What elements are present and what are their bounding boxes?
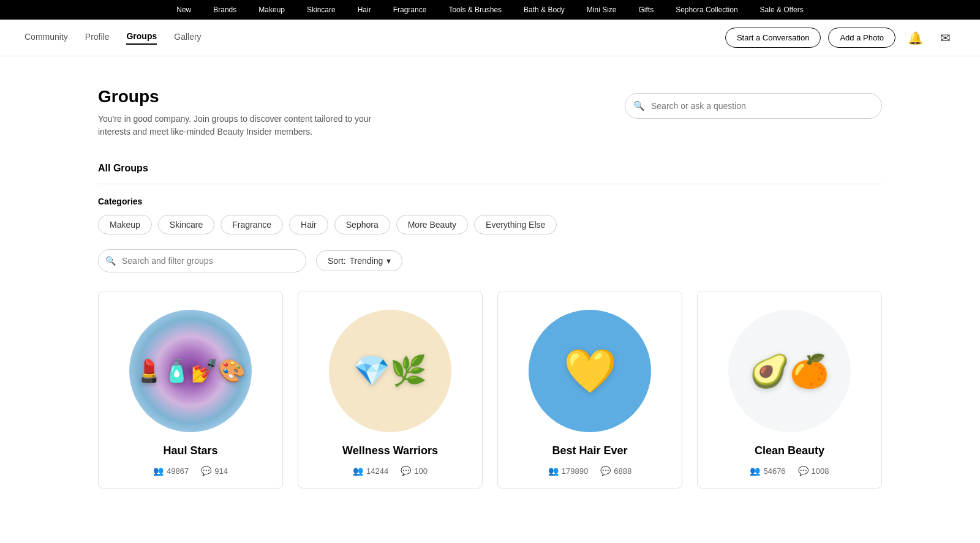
nav-item-gifts[interactable]: Gifts — [628, 0, 665, 20]
group-name-clean-beauty: Clean Beauty — [755, 444, 824, 457]
nav-profile[interactable]: Profile — [85, 32, 110, 44]
nav-item-makeup[interactable]: Makeup — [247, 0, 296, 20]
group-avatar-wellness-warriors — [329, 310, 451, 432]
members-count: 14244 — [366, 466, 388, 476]
group-stats-clean-beauty: 👥 54676 💬 1008 — [750, 466, 829, 476]
group-members-clean-beauty: 👥 54676 — [750, 466, 785, 476]
group-card-haul-stars[interactable]: Haul Stars 👥 49867 💬 914 — [98, 291, 283, 489]
group-comments-haul-stars: 💬 914 — [201, 466, 228, 476]
group-stats-wellness-warriors: 👥 14244 💬 100 — [353, 466, 428, 476]
group-stats-best-hair-ever: 👥 179890 💬 6888 — [548, 466, 631, 476]
filter-search-icon: 🔍 — [105, 256, 116, 266]
comments-count: 100 — [414, 466, 428, 476]
main-content: Groups You're in good company. Join grou… — [61, 56, 919, 513]
comments-icon: 💬 — [401, 466, 411, 476]
page-subtitle: You're in good company. Join groups to d… — [98, 113, 380, 138]
nav-item-sale[interactable]: Sale & Offers — [749, 0, 815, 20]
sort-value: Trending — [350, 256, 383, 266]
top-nav-items: New Brands Makeup Skincare Hair Fragranc… — [165, 0, 815, 20]
sort-label: Sort: — [328, 256, 346, 266]
nav-item-brands[interactable]: Brands — [202, 0, 247, 20]
all-groups-section: All Groups — [98, 163, 882, 184]
main-search-container: 🔍 — [625, 93, 882, 119]
members-icon: 👥 — [153, 466, 164, 476]
secondary-nav-left: Community Profile Groups Gallery — [24, 31, 725, 45]
comments-count: 1008 — [812, 466, 829, 476]
members-icon: 👥 — [750, 466, 760, 476]
group-members-best-hair-ever: 👥 179890 — [548, 466, 588, 476]
group-name-wellness-warriors: Wellness Warriors — [342, 444, 438, 457]
group-name-best-hair-ever: Best Hair Ever — [552, 444, 627, 457]
nav-item-sephora-collection[interactable]: Sephora Collection — [665, 0, 748, 20]
start-conversation-button[interactable]: Start a Conversation — [725, 28, 821, 48]
nav-item-hair[interactable]: Hair — [347, 0, 382, 20]
members-icon: 👥 — [353, 466, 363, 476]
all-groups-label: All Groups — [98, 163, 882, 174]
groups-grid: Haul Stars 👥 49867 💬 914 Wellness Warrio… — [98, 291, 882, 489]
nav-item-bath[interactable]: Bath & Body — [513, 0, 576, 20]
secondary-nav-right: Start a Conversation Add a Photo 🔔 ✉ — [725, 28, 956, 48]
nav-groups[interactable]: Groups — [126, 31, 157, 45]
nav-item-mini[interactable]: Mini Size — [576, 0, 628, 20]
category-fragrance[interactable]: Fragrance — [221, 215, 283, 234]
categories-label: Categories — [98, 197, 882, 206]
category-more-beauty[interactable]: More Beauty — [396, 215, 468, 234]
comments-count: 914 — [214, 466, 228, 476]
messages-button[interactable]: ✉ — [935, 28, 956, 48]
members-count: 179890 — [562, 466, 588, 476]
members-icon: 👥 — [548, 466, 559, 476]
nav-item-fragrance[interactable]: Fragrance — [382, 0, 438, 20]
group-card-best-hair-ever[interactable]: Best Hair Ever 👥 179890 💬 6888 — [497, 291, 682, 489]
main-search-icon: 🔍 — [633, 100, 645, 111]
group-members-wellness-warriors: 👥 14244 — [353, 466, 388, 476]
nav-item-skincare[interactable]: Skincare — [296, 0, 347, 20]
group-comments-clean-beauty: 💬 1008 — [798, 466, 829, 476]
nav-gallery[interactable]: Gallery — [174, 32, 201, 44]
nav-item-new[interactable]: New — [165, 0, 202, 20]
comments-icon: 💬 — [201, 466, 211, 476]
categories-section: Categories Makeup Skincare Fragrance Hai… — [98, 197, 882, 234]
group-card-wellness-warriors[interactable]: Wellness Warriors 👥 14244 💬 100 — [298, 291, 483, 489]
page-header: Groups You're in good company. Join grou… — [98, 87, 882, 138]
category-pills: Makeup Skincare Fragrance Hair Sephora M… — [98, 215, 882, 234]
bell-icon: 🔔 — [908, 31, 923, 45]
group-name-haul-stars: Haul Stars — [163, 444, 217, 457]
mail-icon: ✉ — [940, 31, 951, 45]
filter-search-wrapper: 🔍 — [98, 249, 306, 272]
top-navigation: New Brands Makeup Skincare Hair Fragranc… — [0, 0, 980, 20]
main-search-wrapper: 🔍 — [625, 93, 882, 119]
group-members-haul-stars: 👥 49867 — [153, 466, 189, 476]
page-header-left: Groups You're in good company. Join grou… — [98, 87, 380, 138]
notifications-button[interactable]: 🔔 — [903, 28, 928, 48]
comments-count: 6888 — [614, 466, 631, 476]
sort-button[interactable]: Sort: Trending ▾ — [316, 250, 402, 271]
group-comments-wellness-warriors: 💬 100 — [401, 466, 428, 476]
secondary-navigation: Community Profile Groups Gallery Start a… — [0, 20, 980, 56]
nav-item-tools[interactable]: Tools & Brushes — [437, 0, 513, 20]
section-divider — [98, 184, 882, 184]
members-count: 49867 — [167, 466, 189, 476]
category-everything-else[interactable]: Everything Else — [474, 215, 557, 234]
comments-icon: 💬 — [798, 466, 809, 476]
chevron-down-icon: ▾ — [386, 256, 391, 266]
group-avatar-best-hair-ever — [529, 310, 651, 432]
group-comments-best-hair-ever: 💬 6888 — [600, 466, 631, 476]
comments-icon: 💬 — [600, 466, 611, 476]
nav-community[interactable]: Community — [24, 32, 68, 44]
category-sephora[interactable]: Sephora — [334, 215, 390, 234]
category-hair[interactable]: Hair — [289, 215, 328, 234]
page-title: Groups — [98, 87, 380, 107]
group-stats-haul-stars: 👥 49867 💬 914 — [153, 466, 228, 476]
filter-search-input[interactable] — [98, 249, 306, 272]
main-search-input[interactable] — [625, 93, 882, 119]
members-count: 54676 — [763, 466, 785, 476]
category-skincare[interactable]: Skincare — [158, 215, 214, 234]
add-photo-button[interactable]: Add a Photo — [828, 28, 895, 48]
category-makeup[interactable]: Makeup — [98, 215, 152, 234]
group-avatar-haul-stars — [129, 310, 252, 432]
group-card-clean-beauty[interactable]: Clean Beauty 👥 54676 💬 1008 — [697, 291, 882, 489]
filter-row: 🔍 Sort: Trending ▾ — [98, 249, 882, 272]
group-avatar-clean-beauty — [728, 310, 851, 432]
